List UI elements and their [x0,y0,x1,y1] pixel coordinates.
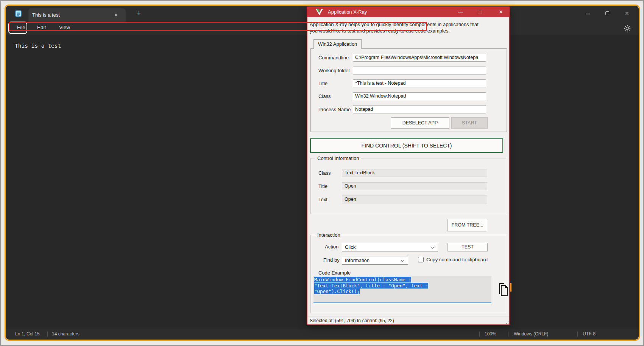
menu-file[interactable]: File [17,25,25,30]
xray-description-line2: you would like to test and provides read… [310,28,501,34]
xray-minimize-button[interactable] [458,12,463,12]
start-button[interactable]: START [451,117,488,129]
new-tab-button[interactable]: + [134,8,144,19]
working-folder-label: Working folder [318,68,350,73]
xray-description-line1: Application X-ray helps you to quickly i… [310,22,501,28]
menu-edit[interactable]: Edit [37,25,46,30]
commandline-label: Commandline [318,55,349,61]
notepad-tab-title: This is a test [32,12,60,18]
find-by-dropdown-value: Information [345,258,370,263]
code-example-label: Code Example [318,270,351,276]
deselect-app-button[interactable]: DESELECT APP [391,117,449,129]
ci-title-field[interactable]: Open [342,182,487,190]
win32-application-panel: Commandline C:\Program Files\WindowsApps… [310,48,507,132]
find-control-button[interactable]: FIND CONTROL (SHIFT TO SELECT) [310,138,503,153]
ci-class-label: Class [318,170,331,176]
app-buttons-row: DESELECT APP START [311,117,507,129]
working-folder-input[interactable] [353,67,486,74]
class-input[interactable]: Win32 Window:Notepad [353,92,486,100]
interaction-legend: Interaction [315,232,342,238]
process-name-label: Process Name [318,107,351,112]
editor-text: This is a test [15,43,61,49]
copy-command-checkbox-label: Copy command to clipboard [426,257,488,262]
form-row: Commandline C:\Program Files\WindowsApps… [311,54,507,62]
code-line: MainWindow.FindControl(className : [314,277,411,282]
find-by-dropdown[interactable]: Information [342,256,408,265]
code-line: "Open").Click(); [314,289,360,294]
minimize-icon [586,14,590,14]
screenshot-canvas: This is a test + × File Edit View [0,0,644,346]
find-by-label: Find by [323,257,340,263]
from-tree-button[interactable]: FROM TREE... [448,219,487,231]
notepad-tab[interactable]: This is a test [28,8,126,22]
chevron-down-icon [431,245,435,249]
notepad-close-button[interactable]: × [622,9,632,18]
maximize-icon [605,11,609,15]
notepad-maximize-button[interactable] [603,9,612,18]
chevron-down-icon [401,258,405,262]
unsaved-indicator-dot [115,14,117,16]
class-label: Class [318,93,331,99]
status-line-ending: Windows (CRLF) [514,331,548,337]
status-divider [508,332,508,337]
copy-to-clipboard-icon[interactable] [497,282,509,297]
title-label: Title [318,81,327,86]
status-zoom-level: 100% [485,331,496,337]
status-divider [577,332,578,337]
ci-text-field[interactable]: Open [342,195,487,203]
ci-title-label: Title [318,183,327,189]
xray-titlebar[interactable]: Application X-Ray × [307,7,509,17]
test-button[interactable]: TEST [448,243,488,251]
xray-window: Application X-Ray × Application X-ray he… [307,6,510,325]
action-label: Action [325,244,338,250]
xray-statusbar: Selected at: (591, 704) In-control: (95,… [307,317,509,324]
form-row: Title *This is a test - Notepad [311,79,507,87]
xray-maximize-button[interactable] [478,10,482,14]
xray-window-title: Application X-Ray [328,9,367,15]
code-example-textarea[interactable]: MainWindow.FindControl(className : "Text… [313,276,491,303]
notepad-app-icon [15,10,22,17]
control-information-group: Control Information Class Text:TextBlock… [310,158,506,214]
interaction-group: Interaction Action Click TEST Find by In… [310,235,506,313]
code-line: "Text:TextBlock", title : "Open", text : [314,283,428,289]
action-dropdown[interactable]: Click [342,243,438,251]
title-input[interactable]: *This is a test - Notepad [353,79,486,87]
form-row: Process Name Notepad [311,106,507,113]
process-name-input[interactable]: Notepad [353,106,486,113]
notepad-statusbar: Ln 1, Col 15 14 characters 100% Windows … [6,329,639,340]
action-dropdown-value: Click [345,244,356,250]
resize-grip[interactable] [505,320,508,324]
tab-win32-application[interactable]: Win32 Application [313,39,362,49]
ci-text-label: Text [318,197,327,202]
status-encoding: UTF-8 [583,331,596,337]
copy-command-checkbox[interactable] [418,257,424,262]
ci-class-field[interactable]: Text:TextBlock [342,169,487,177]
form-row: Working folder [311,67,507,74]
notepad-minimize-button[interactable] [583,9,592,18]
status-character-count: 14 characters [52,331,80,337]
xray-logo-icon [315,8,323,16]
form-row: Class Win32 Window:Notepad [311,92,507,100]
status-cursor-position: Ln 1, Col 15 [15,331,40,337]
status-divider [47,332,48,337]
xray-description: Application X-ray helps you to quickly i… [310,22,501,34]
menu-view[interactable]: View [59,25,70,30]
xray-status-text: Selected at: (591, 704) In-control: (95,… [310,318,394,323]
commandline-input[interactable]: C:\Program Files\WindowsApps\Microsoft.W… [353,54,486,62]
status-divider [479,332,480,337]
xray-close-button[interactable]: × [497,8,505,16]
settings-gear-icon[interactable] [624,25,631,32]
control-information-legend: Control Information [315,155,361,161]
